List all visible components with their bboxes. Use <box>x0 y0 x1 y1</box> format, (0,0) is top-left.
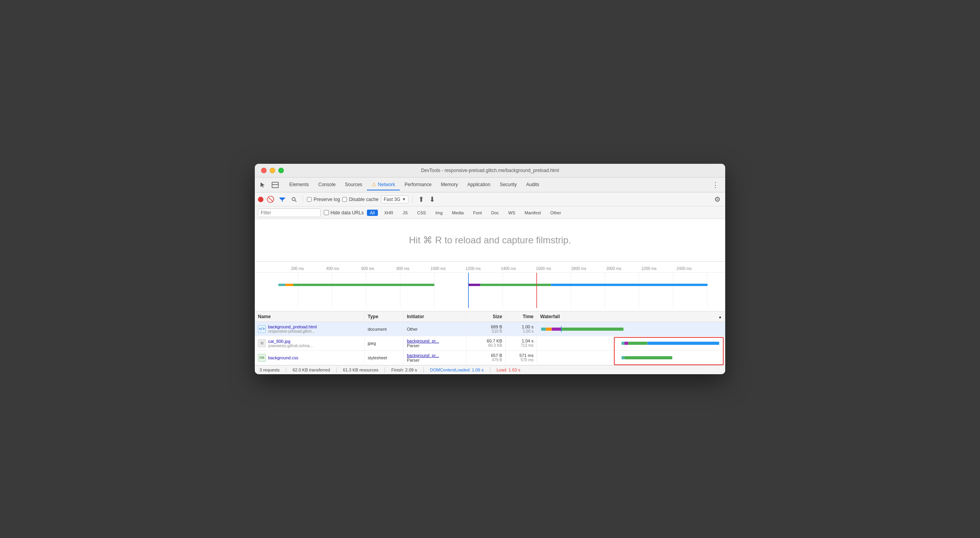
preserve-log-label[interactable]: Preserve log <box>307 197 340 202</box>
row-1-time: 1.00 s 1.00 s <box>509 324 534 333</box>
row-1-waterfall <box>537 322 725 336</box>
filter-btn-js[interactable]: JS <box>399 210 411 216</box>
clear-button[interactable]: 🚫 <box>266 195 275 204</box>
row-1-size-primary: 689 B <box>491 324 502 329</box>
table-row[interactable]: </> background_preload.html responsive-p… <box>255 322 725 336</box>
svg-rect-18 <box>278 284 285 286</box>
tab-memory[interactable]: Memory <box>436 179 463 190</box>
row-1-time-cell: 1.00 s 1.00 s <box>506 322 537 336</box>
row-2-name-text: cat_800.jpg yoavweiss.github.io/ima... <box>268 339 313 348</box>
tick-1000: 1000 ms <box>421 266 456 271</box>
tabs-row: Elements Console Sources ⚠ Network Perfo… <box>255 178 725 192</box>
maximize-button[interactable] <box>278 168 284 173</box>
svg-rect-36 <box>624 356 672 359</box>
svg-rect-26 <box>541 328 546 331</box>
tick-200: 200 ms <box>280 266 315 271</box>
throttle-select[interactable]: Fast 3G ▼ <box>381 196 409 203</box>
filter-btn-doc[interactable]: Doc <box>488 210 502 216</box>
tick-1800: 1800 ms <box>561 266 596 271</box>
tab-application[interactable]: Application <box>463 179 495 190</box>
row-2-time-cell: 1.04 s 713 ms <box>506 336 537 350</box>
table-row[interactable]: 🖼 cat_800.jpg yoavweiss.github.io/ima...… <box>255 336 725 351</box>
record-button[interactable] <box>258 197 263 202</box>
close-button[interactable] <box>261 168 267 173</box>
row-1-size-secondary: 510 B <box>492 329 502 333</box>
filter-btn-img[interactable]: Img <box>432 210 446 216</box>
row-3-type: stylesheet <box>365 351 404 365</box>
row-3-size-primary: 657 B <box>491 353 502 358</box>
row-3-time-secondary: 570 ms <box>521 358 534 362</box>
minimize-button[interactable] <box>270 168 275 173</box>
filter-row: Hide data URLs All XHR JS CSS Img Media … <box>255 207 725 219</box>
filter-btn-manifest[interactable]: Manifest <box>521 210 544 216</box>
cursor-icon[interactable] <box>258 180 267 190</box>
warning-icon: ⚠ <box>372 181 376 187</box>
dock-icon[interactable] <box>270 180 280 190</box>
row-2-waterfall <box>537 336 725 350</box>
titlebar: DevTools - responsive-preload.glitch.me/… <box>255 164 725 178</box>
hide-data-urls-label[interactable]: Hide data URLs <box>324 210 364 216</box>
filter-btn-other[interactable]: Other <box>547 210 564 216</box>
hide-data-urls-checkbox[interactable] <box>324 210 329 215</box>
row-3-size-secondary: 479 B <box>492 358 502 362</box>
disable-cache-checkbox[interactable] <box>342 197 347 202</box>
filter-btn-ws[interactable]: WS <box>505 210 519 216</box>
tab-performance[interactable]: Performance <box>400 179 436 190</box>
row-2-initiator-link[interactable]: background_pr... <box>407 339 463 343</box>
filter-btn-font[interactable]: Font <box>470 210 485 216</box>
tab-elements[interactable]: Elements <box>285 179 314 190</box>
filter-toggle-button[interactable] <box>278 195 287 204</box>
status-bar: 3 requests 62.0 KB transferred 61.3 KB r… <box>255 365 725 374</box>
svg-rect-32 <box>624 342 628 345</box>
svg-rect-19 <box>285 284 293 286</box>
table-row[interactable]: CSS background.css stylesheet background… <box>255 351 725 365</box>
svg-rect-23 <box>551 284 708 286</box>
svg-rect-33 <box>628 342 648 345</box>
status-resources: 61.3 KB resources <box>343 368 379 372</box>
row-3-initiator-link[interactable]: background_pr... <box>407 353 463 358</box>
svg-rect-22 <box>480 284 551 286</box>
download-button[interactable]: ⬇ <box>428 195 436 204</box>
row-2-time-secondary: 713 ms <box>521 343 534 348</box>
row-3-filename: background.css <box>268 355 298 360</box>
tab-network[interactable]: ⚠ Network <box>367 179 400 190</box>
filter-btn-css[interactable]: CSS <box>414 210 429 216</box>
tab-sources[interactable]: Sources <box>340 179 367 190</box>
tick-800: 800 ms <box>385 266 421 271</box>
tick-1400: 1400 ms <box>491 266 526 271</box>
settings-button[interactable]: ⚙ <box>713 195 722 204</box>
row-1-time-secondary: 1.00 s <box>523 329 534 333</box>
tab-security[interactable]: Security <box>495 179 521 190</box>
row-2-domain: yoavweiss.github.io/ima... <box>268 344 313 348</box>
preserve-log-checkbox[interactable] <box>307 197 312 202</box>
more-tabs-button[interactable]: ⋮ <box>709 179 722 191</box>
col-header-waterfall: Waterfall ▲ <box>537 312 725 322</box>
col-header-size: Size <box>466 312 506 322</box>
toolbar-icons <box>258 180 280 190</box>
css-file-icon: CSS <box>258 354 266 362</box>
filter-input[interactable] <box>258 208 321 217</box>
disable-cache-label[interactable]: Disable cache <box>342 197 378 202</box>
tab-audits[interactable]: Audits <box>521 179 544 190</box>
jpeg-file-icon: 🖼 <box>258 339 266 347</box>
separator <box>423 367 424 373</box>
filter-btn-xhr[interactable]: XHR <box>381 210 396 216</box>
svg-line-4 <box>295 200 297 202</box>
search-button[interactable] <box>289 195 299 204</box>
tab-console[interactable]: Console <box>314 179 340 190</box>
filter-btn-media[interactable]: Media <box>449 210 467 216</box>
col-header-name: Name <box>255 312 365 322</box>
row-2-name-inner: 🖼 cat_800.jpg yoavweiss.github.io/ima... <box>258 339 361 348</box>
svg-rect-35 <box>622 356 624 359</box>
timeline-area: 200 ms 400 ms 600 ms 800 ms 1000 ms 1200… <box>255 262 725 312</box>
table-area: Name Type Initiator Size Time Waterfall … <box>255 312 725 365</box>
tick-600: 600 ms <box>350 266 385 271</box>
table-rows-container: </> background_preload.html responsive-p… <box>255 322 725 365</box>
row-3-name-inner: CSS background.css <box>258 354 361 362</box>
filter-btn-all[interactable]: All <box>367 210 378 216</box>
row-2-size: 60.7 KB 60.3 KB <box>470 339 502 348</box>
upload-button[interactable]: ⬆ <box>417 195 425 204</box>
svg-point-3 <box>292 197 295 201</box>
row-2-initiator2: Parser <box>407 343 463 348</box>
row-2-initiator: background_pr... Parser <box>404 336 466 350</box>
